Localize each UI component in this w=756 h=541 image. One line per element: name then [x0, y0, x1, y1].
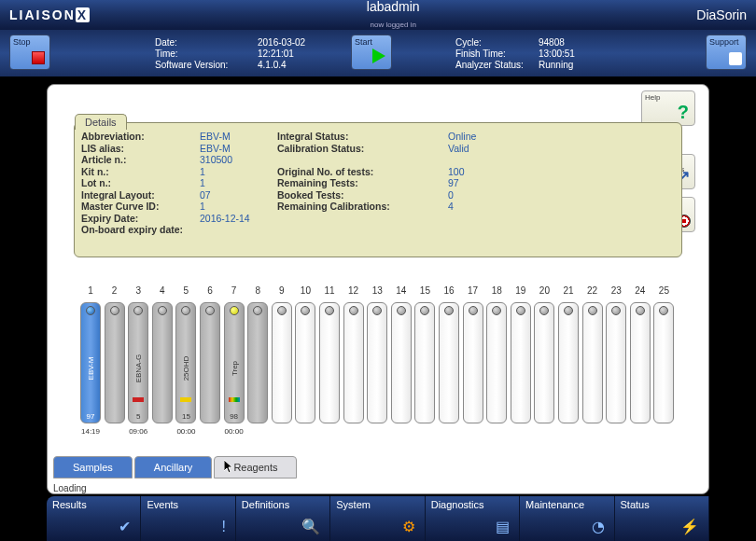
reagent-slot[interactable]	[463, 302, 483, 423]
detail-value: 2016-12-14	[200, 213, 250, 224]
reagent-slot[interactable]: 25OHD15	[175, 302, 196, 423]
vial-label: Trep	[230, 361, 238, 376]
detail-label: Integral Status:	[277, 131, 348, 142]
reagent-slot[interactable]	[105, 302, 125, 423]
support-button[interactable]: Support	[706, 35, 747, 70]
header-user: labadmin now logged in	[367, 0, 420, 31]
nav-maintenance[interactable]: Maintenance◔	[520, 496, 614, 541]
vial-cap-icon	[492, 306, 501, 315]
tab-ancillary[interactable]: Ancillary	[134, 456, 213, 479]
reagent-slot[interactable]	[272, 302, 292, 423]
start-button[interactable]: Start	[351, 35, 392, 70]
reagent-slot[interactable]	[319, 302, 340, 423]
vial-cap-icon	[277, 306, 287, 315]
vial-label: 25OHD	[182, 356, 190, 381]
detail-value: 4	[448, 201, 454, 212]
logo-liaison: LIAISONX	[9, 7, 90, 22]
reagent-slot[interactable]	[247, 302, 268, 423]
vial-cap-icon	[325, 306, 334, 315]
slot-number: 1	[78, 285, 103, 296]
details-tab: Details	[75, 114, 127, 130]
reagent-slot[interactable]	[630, 302, 651, 423]
reagent-slot[interactable]	[391, 302, 412, 423]
vial-cap-icon	[516, 306, 525, 315]
detail-label: Kit n.:	[81, 166, 109, 177]
reagent-slot[interactable]	[200, 302, 220, 423]
reagent-slot[interactable]: Trep98	[224, 302, 245, 423]
reagent-slot[interactable]	[367, 302, 387, 423]
nav-results[interactable]: Results✔	[47, 496, 141, 541]
slot-number: 17	[461, 285, 485, 296]
vial-band	[133, 397, 144, 402]
slot-number: 11	[317, 285, 342, 296]
detail-label: Article n.:	[81, 154, 126, 165]
reagent-slot[interactable]	[295, 302, 315, 423]
events-icon: !	[221, 519, 225, 535]
info-values-left: 2016-03-0212:21:014.1.0.4	[258, 37, 305, 71]
vial-cap-icon	[181, 306, 190, 315]
slot-time: 00:00	[174, 427, 198, 436]
detail-value: 97	[448, 177, 459, 188]
help-button[interactable]: Help?	[641, 90, 695, 126]
detail-label: Abbreviation:	[81, 131, 145, 142]
reagent-slot[interactable]: EBV-M97	[80, 302, 101, 423]
vial-cap-icon	[611, 306, 621, 315]
reagent-slot[interactable]	[534, 302, 554, 423]
info-labels-right: Cycle:Finish Time:Analyzer Status:	[455, 37, 524, 71]
vial-cap-icon	[110, 306, 119, 315]
reagent-slot[interactable]	[439, 302, 459, 423]
info-values-right: 9480813:00:51Running	[539, 37, 575, 71]
vial-cap-icon	[469, 306, 478, 315]
loading-label: Loading	[53, 483, 87, 493]
nav-definitions[interactable]: Definitions🔍	[236, 496, 330, 541]
detail-value: Valid	[448, 143, 469, 154]
logo-diasorin: DiaSorin	[696, 7, 747, 22]
detail-label: Integral Layout:	[81, 189, 155, 201]
slot-number: 13	[365, 285, 389, 296]
vial-cap-icon	[444, 306, 454, 315]
slot-number: 6	[198, 285, 222, 296]
vial-cap-icon	[133, 306, 143, 315]
slot-number: 7	[222, 285, 246, 296]
vial-cap-icon	[253, 306, 262, 315]
maintenance-icon: ◔	[592, 518, 605, 535]
reagent-slot[interactable]	[558, 302, 579, 423]
slot-time: 09:06	[126, 427, 150, 436]
detail-label: Original No. of tests:	[277, 166, 373, 177]
reagent-slot[interactable]	[653, 302, 674, 423]
vial-count: 98	[225, 412, 244, 421]
vial-cap-icon	[397, 306, 406, 315]
slot-number: 19	[509, 285, 533, 296]
slot-number: 24	[628, 285, 652, 296]
slot-number: 18	[484, 285, 509, 296]
detail-label: LIS alias:	[81, 143, 124, 154]
detail-value: 100	[448, 166, 465, 177]
status-icon: ⚡	[680, 518, 699, 535]
help-icon: ?	[678, 102, 689, 123]
main-panel: Help? View Calibrations↗ Calibrate Detai…	[47, 84, 709, 494]
vial-cap-icon	[230, 306, 239, 315]
reagent-slot[interactable]	[414, 302, 435, 423]
reagent-rack: 1234567891011121314151617181920212223242…	[80, 285, 676, 453]
reagent-slot[interactable]	[606, 302, 626, 423]
vial-cap-icon	[420, 306, 429, 315]
reagent-slot[interactable]: EBNA-G5	[128, 302, 148, 423]
nav-status[interactable]: Status⚡	[615, 496, 709, 541]
nav-events[interactable]: Events!	[141, 496, 235, 541]
nav-system[interactable]: System⚙	[330, 496, 425, 541]
reagent-slot[interactable]	[511, 302, 531, 423]
reagent-slot[interactable]	[152, 302, 173, 423]
slot-number: 16	[437, 285, 461, 296]
reagent-slot[interactable]	[343, 302, 364, 423]
detail-label: Lot n.:	[81, 177, 111, 188]
reagent-slot[interactable]	[486, 302, 507, 423]
detail-value: 1	[200, 201, 205, 212]
tab-samples[interactable]: Samples	[53, 456, 133, 479]
slot-number: 2	[103, 285, 127, 296]
stop-button[interactable]: Stop	[9, 35, 50, 70]
reagent-slot[interactable]	[582, 302, 603, 423]
detail-value: 0	[448, 189, 454, 201]
vial-cap-icon	[636, 306, 645, 315]
vial-cap-icon	[588, 306, 597, 315]
nav-diagnostics[interactable]: Diagnostics▤	[426, 496, 520, 541]
